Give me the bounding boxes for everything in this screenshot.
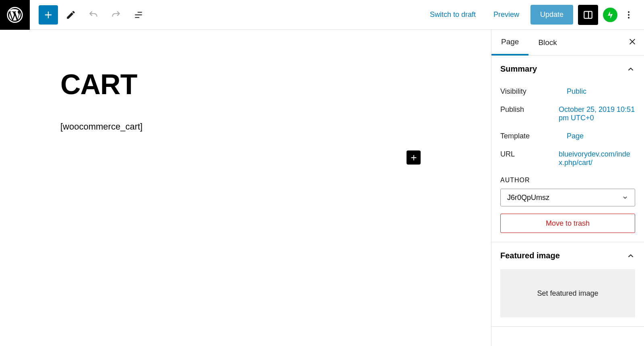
author-selected-value: J6r0QpUmsz	[507, 194, 549, 202]
toolbar-left-group	[30, 5, 148, 25]
summary-panel: Summary Visibility Public Publish Octobe…	[491, 56, 644, 242]
svg-point-4	[628, 17, 630, 19]
author-label: AUTHOR	[500, 177, 635, 184]
template-label: Template	[500, 132, 530, 140]
publish-row: Publish October 25, 2019 10:51 pm UTC+0	[500, 101, 635, 127]
jetpack-button[interactable]	[603, 8, 617, 22]
publish-label: Publish	[500, 105, 524, 122]
redo-button[interactable]	[106, 5, 126, 25]
tab-page[interactable]: Page	[491, 30, 528, 56]
settings-sidebar: Page Block Summary Visibility Public Pub…	[491, 30, 644, 346]
close-sidebar-button[interactable]	[628, 37, 637, 48]
document-outline-button[interactable]	[129, 5, 148, 25]
options-menu-button[interactable]	[622, 5, 635, 25]
tab-block[interactable]: Block	[528, 30, 566, 55]
undo-icon	[88, 10, 99, 20]
set-featured-image-button[interactable]: Set featured image	[500, 269, 635, 317]
preview-button[interactable]: Preview	[487, 5, 526, 25]
visibility-value[interactable]: Public	[567, 87, 635, 96]
visibility-label: Visibility	[500, 87, 526, 96]
jetpack-icon	[605, 10, 615, 20]
sidebar-tabs: Page Block	[491, 30, 644, 56]
edit-mode-button[interactable]	[61, 5, 80, 25]
svg-point-3	[628, 14, 630, 16]
wordpress-icon	[7, 7, 23, 23]
sidebar-icon	[583, 10, 593, 20]
redo-icon	[111, 10, 121, 20]
template-value[interactable]: Page	[567, 132, 635, 140]
featured-image-title: Featured image	[500, 251, 560, 260]
author-select[interactable]: J6r0QpUmsz	[500, 189, 635, 206]
url-label: URL	[500, 150, 515, 167]
featured-image-header[interactable]: Featured image	[500, 242, 635, 269]
featured-image-panel: Featured image Set featured image	[491, 242, 644, 327]
url-row: URL blueivorydev.com/index.php/cart/	[500, 145, 635, 172]
visibility-row: Visibility Public	[500, 82, 635, 101]
shortcode-block[interactable]: [woocommerce_cart]	[60, 122, 491, 132]
switch-to-draft-button[interactable]: Switch to draft	[423, 5, 482, 25]
plus-icon	[43, 9, 54, 21]
chevron-up-icon	[626, 251, 635, 260]
more-vertical-icon	[624, 10, 634, 20]
toolbar-right-group: Switch to draft Preview Update	[423, 5, 644, 25]
top-toolbar: Switch to draft Preview Update	[0, 0, 644, 30]
template-row: Template Page	[500, 127, 635, 145]
update-button[interactable]: Update	[530, 5, 573, 25]
list-icon	[133, 10, 144, 20]
page-title-input[interactable]: CART	[60, 68, 491, 101]
wordpress-logo-button[interactable]	[0, 0, 30, 30]
move-to-trash-button[interactable]: Move to trash	[500, 214, 635, 233]
summary-title: Summary	[500, 64, 537, 74]
main-area: CART [woocommerce_cart] Page Block Summa…	[0, 30, 644, 346]
plus-icon	[409, 153, 418, 162]
add-block-inline-button[interactable]	[407, 150, 421, 165]
undo-button[interactable]	[84, 5, 103, 25]
chevron-down-icon	[622, 194, 628, 201]
add-block-button[interactable]	[39, 5, 58, 25]
settings-panel-toggle[interactable]	[578, 5, 598, 25]
close-icon	[628, 37, 637, 46]
url-value[interactable]: blueivorydev.com/index.php/cart/	[559, 150, 635, 167]
editor-canvas[interactable]: CART [woocommerce_cart]	[0, 30, 491, 346]
chevron-up-icon	[626, 65, 635, 74]
pencil-icon	[66, 10, 76, 20]
summary-panel-header[interactable]: Summary	[500, 56, 635, 82]
publish-value[interactable]: October 25, 2019 10:51 pm UTC+0	[559, 105, 635, 122]
svg-point-2	[628, 11, 630, 13]
